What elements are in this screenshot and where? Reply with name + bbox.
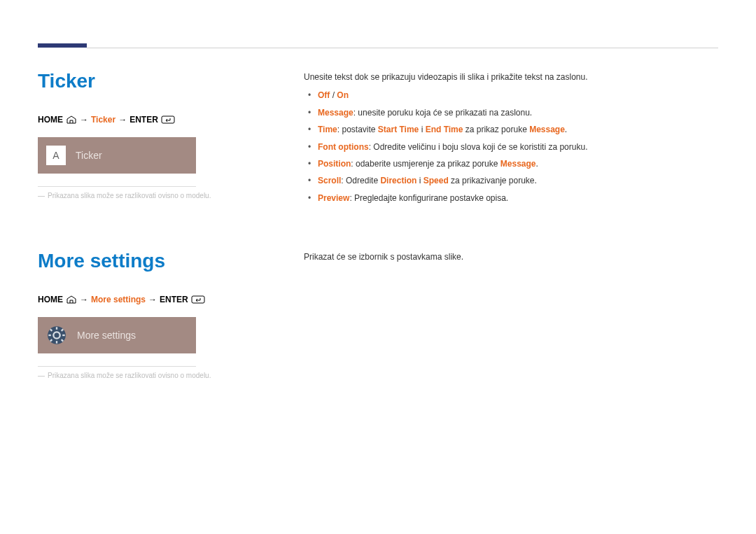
home-icon bbox=[66, 115, 77, 124]
svg-rect-4 bbox=[56, 341, 57, 344]
more-settings-thumbnail: More settings bbox=[38, 317, 196, 353]
svg-rect-0 bbox=[162, 116, 174, 123]
time-key: Time bbox=[318, 125, 337, 134]
enter-icon bbox=[191, 295, 205, 304]
dash-icon: ― bbox=[38, 192, 45, 199]
scroll-key: Scroll bbox=[318, 176, 341, 185]
bullet-font: Font options: Odredite veličinu i boju s… bbox=[307, 140, 718, 154]
breadcrumb-ticker: Ticker bbox=[91, 115, 115, 125]
scroll-dir: Direction bbox=[380, 176, 416, 185]
ticker-intro: Unesite tekst dok se prikazuju videozapi… bbox=[304, 70, 718, 84]
bullet-time: Time: postavite Start Time i End Time za… bbox=[307, 122, 718, 136]
more-settings-note: ―Prikazana slika može se razlikovati ovi… bbox=[38, 371, 262, 381]
section-more-settings: More settings HOME → More settings → ENT… bbox=[38, 250, 718, 381]
arrow-icon: → bbox=[148, 295, 157, 304]
time-i: i bbox=[419, 125, 425, 134]
time-dot: . bbox=[565, 125, 567, 134]
position-dot: . bbox=[536, 159, 538, 169]
preview-key: Preview bbox=[318, 193, 349, 203]
header-rule bbox=[87, 48, 718, 48]
home-icon bbox=[66, 295, 77, 304]
arrow-icon: → bbox=[80, 295, 88, 304]
ticker-description: Unesite tekst dok se prikazuju videozapi… bbox=[276, 70, 718, 208]
more-settings-breadcrumb: HOME → More settings → ENTER bbox=[38, 295, 262, 304]
ticker-thumb-label: Ticker bbox=[76, 150, 102, 161]
bullet-preview: Preview: Pregledajte konfigurirane posta… bbox=[307, 191, 718, 205]
separator bbox=[38, 366, 196, 367]
separator bbox=[38, 186, 196, 187]
end-time: End Time bbox=[426, 125, 463, 134]
font-key: Font options bbox=[318, 142, 369, 152]
breadcrumb-home: HOME bbox=[38, 295, 63, 304]
dash-icon: ― bbox=[38, 372, 45, 379]
off-label: Off bbox=[318, 90, 330, 100]
time-msg: Message bbox=[529, 125, 565, 134]
svg-rect-3 bbox=[56, 327, 57, 330]
scroll-post: za prikazivanje poruke. bbox=[449, 176, 537, 185]
scroll-pre: : Odredite bbox=[341, 176, 380, 185]
scroll-spd: Speed bbox=[424, 176, 449, 185]
ticker-thumb-icon: A bbox=[46, 146, 66, 165]
on-label: On bbox=[337, 90, 349, 100]
bullet-message: Message: unesite poruku koja će se prika… bbox=[307, 106, 718, 120]
gear-icon bbox=[46, 325, 67, 346]
more-settings-description: Prikazat će se izbornik s postavkama sli… bbox=[276, 250, 718, 381]
more-settings-intro: Prikazat će se izbornik s postavkama sli… bbox=[304, 250, 718, 264]
breadcrumb-enter: ENTER bbox=[160, 295, 188, 304]
bullet-scroll: Scroll: Odredite Direction i Speed za pr… bbox=[307, 174, 718, 188]
svg-rect-5 bbox=[48, 335, 51, 336]
font-rest: : Odredite veličinu i boju slova koji će… bbox=[369, 142, 588, 152]
time-pre: : postavite bbox=[337, 125, 378, 134]
ticker-note: ―Prikazana slika može se razlikovati ovi… bbox=[38, 191, 262, 201]
breadcrumb-enter: ENTER bbox=[130, 115, 158, 125]
breadcrumb-home: HOME bbox=[38, 115, 63, 125]
time-post: za prikaz poruke bbox=[463, 125, 529, 134]
bullet-off-on: Off / On bbox=[307, 88, 718, 102]
position-msg: Message bbox=[500, 159, 536, 169]
section-ticker: Ticker HOME → Ticker → ENTER bbox=[38, 70, 718, 208]
ticker-title: Ticker bbox=[38, 70, 262, 92]
ticker-thumbnail: A Ticker bbox=[38, 137, 196, 174]
sep: / bbox=[330, 90, 337, 100]
position-key: Position bbox=[318, 159, 351, 169]
arrow-icon: → bbox=[80, 115, 88, 125]
svg-rect-6 bbox=[62, 335, 65, 336]
svg-rect-1 bbox=[192, 296, 204, 303]
message-rest: : unesite poruku koja će se prikazati na… bbox=[354, 108, 532, 118]
more-settings-title: More settings bbox=[38, 250, 262, 272]
header-accent-bar bbox=[38, 43, 87, 48]
preview-rest: : Pregledajte konfigurirane postavke opi… bbox=[349, 193, 508, 203]
note-text: Prikazana slika može se razlikovati ovis… bbox=[48, 192, 211, 199]
position-pre: : odaberite usmjerenje za prikaz poruke bbox=[351, 159, 500, 169]
note-text: Prikazana slika može se razlikovati ovis… bbox=[48, 372, 211, 379]
ticker-breadcrumb: HOME → Ticker → ENTER bbox=[38, 115, 262, 125]
breadcrumb-more-settings: More settings bbox=[91, 295, 146, 304]
start-time: Start Time bbox=[378, 125, 419, 134]
more-settings-thumb-label: More settings bbox=[77, 330, 136, 341]
arrow-icon: → bbox=[118, 115, 127, 125]
scroll-i: i bbox=[416, 176, 423, 185]
enter-icon bbox=[161, 115, 175, 124]
bullet-position: Position: odaberite usmjerenje za prikaz… bbox=[307, 157, 718, 171]
message-key: Message bbox=[318, 108, 354, 118]
